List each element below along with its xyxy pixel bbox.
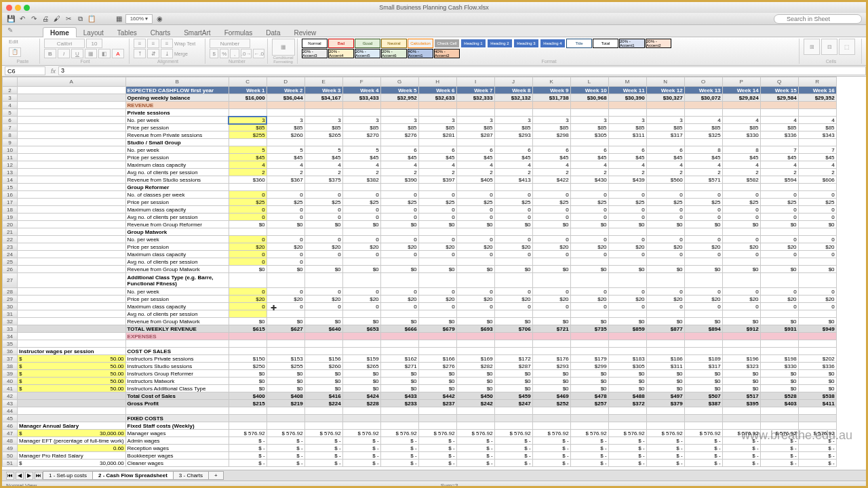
- cell[interactable]: $ -: [608, 452, 646, 460]
- close-icon[interactable]: [6, 5, 12, 11]
- cell[interactable]: $387: [684, 400, 722, 407]
- style-swatch[interactable]: 20% - Accent1: [619, 39, 645, 48]
- cell[interactable]: [18, 392, 126, 400]
- cell[interactable]: [267, 228, 304, 236]
- cell[interactable]: $186: [646, 355, 684, 363]
- col-header[interactable]: N: [646, 77, 684, 87]
- cell[interactable]: 2: [418, 169, 456, 176]
- cell[interactable]: 0: [229, 214, 267, 221]
- cell[interactable]: $582: [722, 176, 760, 184]
- cell[interactable]: [608, 340, 646, 348]
- cell[interactable]: Manager EFT (percentage of full-time wor…: [18, 437, 126, 445]
- cell[interactable]: [494, 102, 532, 109]
- ribbon-tab-charts[interactable]: Charts: [144, 28, 177, 38]
- cell[interactable]: COST OF SALES: [125, 348, 229, 355]
- italic-button[interactable]: I: [58, 49, 70, 58]
- cell[interactable]: $0: [570, 221, 608, 228]
- cell[interactable]: [722, 407, 760, 415]
- cell[interactable]: $30,327: [646, 94, 684, 102]
- cell[interactable]: [798, 415, 836, 422]
- cell[interactable]: $0: [760, 385, 798, 392]
- cell[interactable]: 0: [229, 191, 267, 199]
- cell[interactable]: [646, 228, 684, 236]
- cell[interactable]: $29,352: [798, 94, 836, 102]
- cell[interactable]: $706: [494, 325, 532, 333]
- cell[interactable]: $45: [380, 154, 418, 161]
- cell[interactable]: $0: [646, 221, 684, 228]
- row-header[interactable]: 5: [3, 109, 18, 117]
- sheet-nav[interactable]: ⏮ ◀ ▶ ⏭: [6, 472, 43, 480]
- cell[interactable]: $0: [646, 370, 684, 378]
- cell[interactable]: [18, 333, 126, 340]
- view-mode[interactable]: Normal View: [6, 483, 37, 488]
- cell[interactable]: $25: [229, 199, 267, 206]
- cell[interactable]: $0: [798, 385, 836, 392]
- cell[interactable]: 2: [722, 169, 760, 176]
- cell[interactable]: $0: [760, 378, 798, 385]
- cell[interactable]: 3: [380, 117, 418, 124]
- cell[interactable]: $0: [684, 266, 722, 273]
- cell[interactable]: $0: [229, 378, 267, 385]
- cell[interactable]: $0: [684, 370, 722, 378]
- cell[interactable]: $ -: [304, 437, 342, 445]
- ribbon-tab-formulas[interactable]: Formulas: [218, 28, 260, 38]
- col-header[interactable]: G: [380, 77, 418, 87]
- cell[interactable]: $877: [646, 325, 684, 333]
- cell[interactable]: $ -: [570, 460, 608, 467]
- cell[interactable]: $ -: [798, 460, 836, 467]
- cell[interactable]: $0: [229, 266, 267, 273]
- cell[interactable]: [418, 348, 456, 355]
- cell[interactable]: [18, 94, 126, 102]
- cell[interactable]: $949: [798, 325, 836, 333]
- cell[interactable]: [18, 303, 126, 310]
- sheet-tab[interactable]: 3 - Charts: [173, 471, 209, 480]
- cell[interactable]: $25: [570, 199, 608, 206]
- cell[interactable]: [760, 310, 798, 318]
- cell[interactable]: [684, 310, 722, 318]
- cell[interactable]: Avg no. of clients per session: [125, 258, 229, 266]
- cell[interactable]: [646, 139, 684, 146]
- cell[interactable]: [342, 109, 380, 117]
- cell[interactable]: $ -: [646, 445, 684, 452]
- cell[interactable]: 0: [304, 236, 342, 243]
- cell[interactable]: $255: [229, 131, 267, 139]
- cell[interactable]: $31,738: [532, 94, 570, 102]
- cell[interactable]: [722, 258, 760, 266]
- cell[interactable]: 0: [267, 214, 304, 221]
- cell[interactable]: [798, 184, 836, 191]
- cell[interactable]: [229, 184, 267, 191]
- cell[interactable]: $0: [342, 370, 380, 378]
- cell[interactable]: $20: [267, 243, 304, 251]
- cell[interactable]: $ -: [798, 452, 836, 460]
- cell[interactable]: $20: [342, 243, 380, 251]
- cell[interactable]: 3: [418, 117, 456, 124]
- name-box[interactable]: C6: [5, 66, 45, 75]
- cell[interactable]: $85: [570, 124, 608, 131]
- cell[interactable]: $20: [722, 243, 760, 251]
- cell[interactable]: 6: [532, 146, 570, 154]
- redo-icon[interactable]: ↷: [29, 14, 39, 24]
- style-swatch[interactable]: Normal: [302, 39, 328, 48]
- cell[interactable]: [722, 348, 760, 355]
- cell[interactable]: 5: [304, 146, 342, 154]
- cell[interactable]: $196: [722, 355, 760, 363]
- cell[interactable]: 0: [722, 191, 760, 199]
- cell[interactable]: $281: [418, 131, 456, 139]
- cell[interactable]: $ -: [342, 445, 380, 452]
- cell[interactable]: 4: [229, 161, 267, 169]
- cell[interactable]: $0: [532, 378, 570, 385]
- cell[interactable]: Total Cost of Sales: [125, 392, 229, 400]
- cell[interactable]: [494, 139, 532, 146]
- cell[interactable]: [722, 310, 760, 318]
- cell[interactable]: 3: [456, 117, 494, 124]
- cell[interactable]: [18, 340, 126, 348]
- cell[interactable]: $330: [722, 131, 760, 139]
- cell[interactable]: $287: [494, 363, 532, 370]
- cell[interactable]: $411: [798, 400, 836, 407]
- cell[interactable]: 4: [267, 161, 304, 169]
- cell[interactable]: Gross Profit: [125, 400, 229, 407]
- number-format-select[interactable]: Number: [210, 39, 250, 48]
- cell[interactable]: $0: [304, 378, 342, 385]
- cell[interactable]: $488: [608, 392, 646, 400]
- col-header[interactable]: R: [798, 77, 836, 87]
